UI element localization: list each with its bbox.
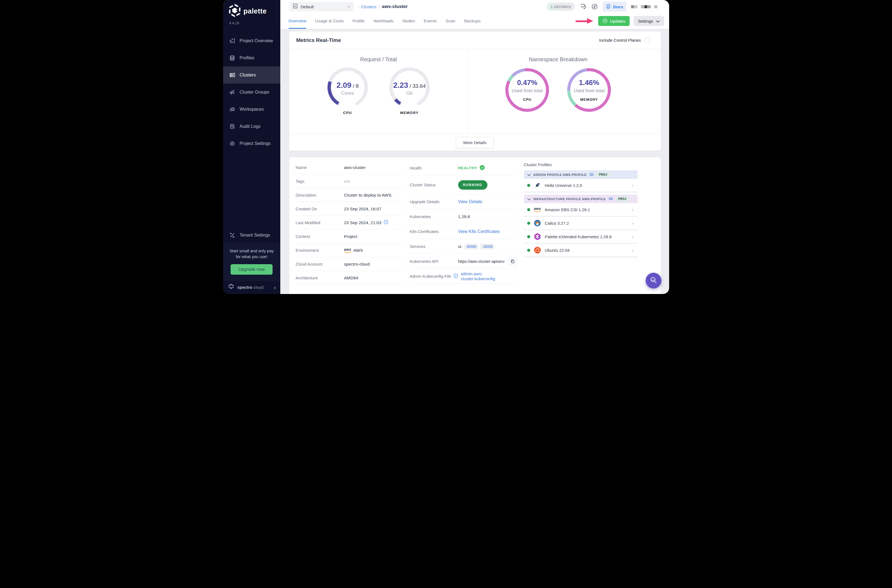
status-row-kubernetes: Kubernetes 1.29.8 bbox=[410, 209, 517, 224]
breadcrumb-separator: / bbox=[378, 4, 380, 9]
request-total-title: Request / Total bbox=[289, 56, 468, 63]
metrics-card-footer: More Details bbox=[289, 134, 661, 151]
infrastructure-profile-header[interactable]: INFRASTRUCTURE PROFILE AWS-PROFILE PROJ bbox=[524, 195, 638, 203]
sidebar-item-workspaces[interactable]: Workspaces bbox=[223, 101, 280, 118]
metrics-realtime-card: Metrics Real-Time Include Control Planes… bbox=[289, 32, 661, 151]
sidebar-item-label: Project Overview bbox=[240, 38, 273, 44]
sidebar-item-project-overview[interactable]: Project Overview bbox=[223, 32, 280, 50]
main-area: Default / Clusters / aws-cluster 1.29/10… bbox=[280, 0, 669, 294]
search-icon bbox=[650, 276, 657, 285]
view-k8s-certificates-link[interactable]: View K8s Certificates bbox=[458, 229, 500, 234]
service-port-link[interactable]: :8080 bbox=[464, 243, 478, 249]
upgrade-now-button[interactable]: Upgrade now bbox=[231, 264, 272, 274]
footer-brand: spectro cloud bbox=[237, 285, 263, 290]
detail-row-architecture: Architecture AMD64 bbox=[296, 271, 404, 285]
top-bar: Default / Clusters / aws-cluster 1.29/10… bbox=[280, 0, 669, 13]
sidebar-item-project-settings[interactable]: Project Settings bbox=[223, 135, 280, 152]
info-icon[interactable] bbox=[384, 220, 388, 225]
settings-label: Settings bbox=[638, 19, 653, 24]
detail-row-cloud-account: Cloud Account spectro-cloud bbox=[296, 257, 404, 271]
cluster-profiles-column: Cluster Profiles ADDON PROFILE AWS-PROFI… bbox=[524, 160, 638, 294]
status-dot-icon bbox=[527, 249, 530, 252]
sidebar-item-clusters[interactable]: Clusters bbox=[223, 66, 280, 84]
cpu-gauge: 2.09 / 8 Cores CPU bbox=[326, 65, 370, 115]
tab-scan[interactable]: Scan bbox=[446, 13, 455, 29]
palette-logo-icon bbox=[229, 4, 241, 18]
status-row-kubeconfig: Admin Kubeconfig File admin.aws-cluster.… bbox=[410, 269, 517, 284]
addon-profile-header[interactable]: ADDON PROFILE AWS-PROFILE PROJ bbox=[524, 170, 638, 179]
spectro-cloud-logo-icon bbox=[228, 283, 235, 291]
chevron-right-icon: › bbox=[632, 234, 634, 239]
memory-total-value: / 33.64 bbox=[410, 83, 426, 89]
breadcrumb-clusters-link[interactable]: Clusters bbox=[361, 4, 376, 9]
include-control-planes-label: Include Control Planes bbox=[599, 38, 641, 42]
status-dot-icon bbox=[527, 222, 530, 225]
tenant-settings-icon bbox=[229, 232, 235, 238]
cluster-profiles-heading: Cluster Profiles bbox=[524, 162, 638, 167]
tab-profile[interactable]: Profile bbox=[353, 13, 365, 29]
tab-nodes[interactable]: Nodes bbox=[402, 13, 415, 29]
profile-pack-hello-universe[interactable]: Hello Universe 1.2.0 › bbox=[524, 179, 638, 192]
compass-icon[interactable] bbox=[591, 3, 598, 10]
chevron-down-icon bbox=[347, 4, 351, 9]
info-icon[interactable] bbox=[454, 274, 458, 279]
tab-overview[interactable]: Overview bbox=[288, 13, 306, 29]
cpu-unit: Cores bbox=[341, 90, 354, 96]
service-port-link[interactable]: :3000 bbox=[480, 243, 494, 249]
audit-logs-icon bbox=[229, 123, 235, 129]
cpu-request-value: 2.09 bbox=[336, 81, 351, 90]
chevron-right-icon: › bbox=[632, 183, 634, 188]
collapse-sidebar-icon[interactable]: ‹ bbox=[274, 285, 276, 290]
project-selector-label: Default bbox=[301, 4, 314, 9]
memory-gauge: 2.23 / 33.64 Gb MEMORY bbox=[387, 65, 432, 115]
more-details-button[interactable]: More Details bbox=[457, 138, 493, 148]
addon-profile-group: ADDON PROFILE AWS-PROFILE PROJ bbox=[524, 170, 638, 192]
tabs: Overview Usage & Costs Profile Workloads… bbox=[288, 13, 481, 29]
profile-pack-amazon-ebs-csi[interactable]: aws Amazon EBS CSI 1.26.1 › bbox=[524, 203, 638, 217]
updates-circle-up-icon bbox=[602, 18, 608, 24]
aws-logo-icon: aws bbox=[344, 248, 351, 253]
project-chart-icon bbox=[293, 3, 298, 10]
status-row-k8s-certificates: K8s Certificates View K8s Certificates bbox=[410, 224, 517, 239]
tab-backups[interactable]: Backups bbox=[464, 13, 481, 29]
view-details-link[interactable]: View Details bbox=[458, 200, 482, 204]
brand-name: palette bbox=[243, 7, 267, 15]
link-icon bbox=[589, 172, 594, 177]
status-dot-icon bbox=[527, 208, 530, 211]
sidebar-item-cluster-groups[interactable]: Cluster Groups bbox=[223, 84, 280, 101]
memory-request-value: 2.23 bbox=[393, 81, 408, 90]
profile-pack-calico[interactable]: Calico 3.27.2 › bbox=[524, 217, 638, 230]
memory-unit: Gb bbox=[406, 90, 413, 96]
promo-text: Start small and only pay for what you us… bbox=[227, 248, 276, 260]
profile-pack-palette-extended-kubernetes[interactable]: Palette eXtended Kubernetes 1.29.8 › bbox=[524, 230, 638, 244]
sidebar-item-tenant-settings[interactable]: Tenant Settings bbox=[223, 228, 280, 243]
namespace-memory-ring: 1.46% Used from total MEMORY bbox=[567, 68, 611, 112]
docs-label: Docs bbox=[613, 4, 623, 9]
copy-button[interactable] bbox=[509, 257, 517, 266]
status-row-health: Health HEALTHY bbox=[410, 160, 517, 176]
tab-usage-costs[interactable]: Usage & Costs bbox=[315, 13, 344, 29]
status-row-services: Services ui :8080 :3000 bbox=[410, 239, 517, 254]
updates-button[interactable]: Updates bbox=[598, 16, 630, 26]
chat-icon[interactable] bbox=[580, 3, 587, 10]
tab-events[interactable]: Events bbox=[423, 13, 437, 29]
include-control-planes-checkbox[interactable] bbox=[645, 38, 650, 43]
upgrade-promo: Start small and only pay for what you us… bbox=[223, 243, 280, 280]
namespace-cpu-label: CPU bbox=[523, 98, 531, 102]
sidebar-item-audit-logs[interactable]: Audit Logs bbox=[223, 118, 280, 135]
chevron-down-icon bbox=[527, 196, 531, 201]
profile-pack-name: Ubuntu 22.04 bbox=[545, 248, 570, 253]
profile-pack-ubuntu[interactable]: Ubuntu 22.04 › bbox=[524, 244, 638, 257]
docs-button[interactable]: Docs bbox=[602, 2, 626, 12]
settings-button[interactable]: Settings bbox=[634, 16, 664, 26]
sidebar-footer: spectro cloud ‹ bbox=[223, 280, 280, 294]
namespace-cpu-percent: 0.47% bbox=[517, 78, 538, 87]
redacted-user-info bbox=[631, 5, 664, 8]
search-fab-button[interactable] bbox=[646, 273, 661, 288]
sidebar-item-profiles[interactable]: Profiles bbox=[223, 50, 280, 66]
tab-workloads[interactable]: Workloads bbox=[373, 13, 393, 29]
metrics-card-header: Metrics Real-Time Include Control Planes bbox=[289, 32, 661, 49]
profile-pack-name: Palette eXtended Kubernetes 1.29.8 bbox=[545, 234, 612, 239]
project-selector[interactable]: Default bbox=[289, 2, 354, 11]
kubeconfig-file-link[interactable]: admin.aws-cluster.kubeconfig bbox=[461, 272, 517, 281]
